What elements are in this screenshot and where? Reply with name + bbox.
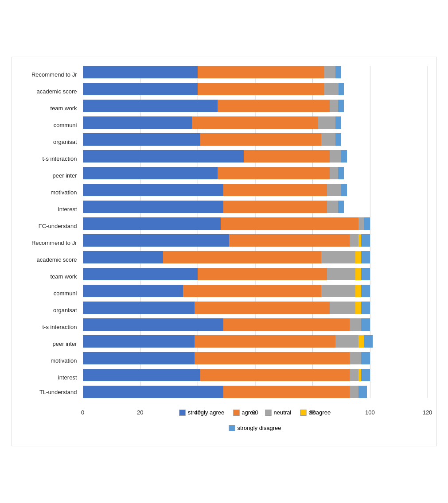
bar-segment-neutral (350, 369, 358, 381)
bar-segment-neutral (350, 318, 361, 331)
bar-segment-agree (183, 285, 321, 297)
bar-segment-agree (200, 133, 321, 146)
bar-segment-strongly_agree (83, 352, 195, 364)
x-tick: 0 (81, 409, 84, 416)
y-label: t-s interaction (14, 150, 81, 167)
bar-segment-strongly_agree (83, 100, 218, 112)
y-label: motivation (14, 352, 81, 369)
bar-segment-strongly_disagree (361, 268, 370, 280)
bar-segment-disagree (355, 268, 361, 280)
bar-segment-strongly_disagree (358, 386, 367, 398)
y-label: organisat (14, 133, 81, 150)
y-label: motivation (14, 184, 81, 201)
bar-segment-agree (221, 217, 358, 230)
bar-segment-strongly_agree (83, 150, 244, 163)
legend-label: disagree (308, 409, 331, 416)
bar-segment-strongly_disagree (361, 302, 370, 314)
legend: strongly agreeagreeneutraldisagreestrong… (169, 409, 341, 431)
y-label: organisat (14, 302, 81, 318)
bar-segment-agree (223, 318, 350, 331)
bar-segment-agree (198, 83, 324, 95)
bar-segment-agree (192, 116, 318, 129)
bar-segment-neutral (324, 83, 338, 95)
bar-segment-strongly_disagree (335, 133, 341, 146)
bar-segment-strongly_disagree (338, 201, 344, 213)
bar-segment-neutral (350, 352, 361, 364)
bar-segment-strongly_disagree (361, 369, 370, 381)
bar-segment-strongly_disagree (361, 234, 370, 247)
bar-segment-neutral (321, 133, 335, 146)
bar-segment-strongly_disagree (361, 251, 370, 263)
x-tick: 100 (365, 409, 375, 416)
bar-row (83, 268, 428, 280)
legend-label: neutral (274, 409, 292, 416)
bars-area (83, 66, 428, 398)
y-label: communi (14, 116, 81, 133)
bar-segment-strongly_agree (83, 234, 230, 247)
bar-segment-agree (244, 150, 330, 163)
bar-segment-agree (200, 369, 350, 381)
bar-segment-agree (223, 386, 350, 398)
bar-segment-neutral (350, 386, 358, 398)
bar-row (83, 83, 428, 95)
y-label: communi (14, 285, 81, 302)
bar-segment-neutral (327, 201, 339, 213)
bar-segment-neutral (321, 251, 356, 263)
bar-segment-strongly_agree (83, 268, 198, 280)
bar-segment-neutral (324, 66, 335, 78)
bar-segment-strongly_disagree (335, 116, 341, 129)
bar-segment-neutral (327, 184, 341, 196)
bar-segment-neutral (327, 268, 356, 280)
bar-segment-strongly_agree (83, 302, 195, 314)
y-label: Recommend to Jr (14, 66, 81, 83)
bar-segment-disagree (355, 302, 361, 314)
bar-row (83, 386, 428, 398)
y-label: TL-understand (14, 386, 81, 398)
bar-row (83, 217, 428, 230)
legend-swatch (233, 410, 239, 416)
bar-segment-strongly_agree (83, 83, 198, 95)
bar-segment-strongly_agree (83, 369, 201, 381)
bar-segment-strongly_agree (83, 184, 224, 196)
bar-row (83, 318, 428, 331)
bar-segment-strongly_disagree (364, 217, 370, 230)
bar-segment-neutral (330, 100, 338, 112)
bar-row (83, 302, 428, 314)
bar-row (83, 335, 428, 348)
chart-area: Recommend to Jracademic scoreteam workco… (83, 66, 428, 398)
legend-item: disagree (300, 409, 331, 416)
bar-segment-agree (218, 167, 330, 179)
bar-row (83, 133, 428, 146)
bar-segment-strongly_disagree (341, 184, 347, 196)
bar-segment-disagree (355, 251, 361, 263)
bar-segment-strongly_disagree (361, 318, 370, 331)
bar-segment-strongly_agree (83, 201, 224, 213)
y-label: team work (14, 100, 81, 116)
bar-segment-strongly_disagree (361, 352, 370, 364)
legend-label: agree (242, 409, 256, 416)
legend-item: neutral (265, 409, 292, 416)
bar-row (83, 201, 428, 213)
bar-segment-neutral (330, 167, 338, 179)
bar-segment-strongly_agree (83, 167, 218, 179)
y-label: team work (14, 268, 81, 285)
legend-item: strongly disagree (229, 425, 281, 431)
bar-segment-strongly_disagree (338, 100, 344, 112)
y-label: Recommend to Jr (14, 234, 81, 251)
bar-row (83, 234, 428, 247)
y-label: FC-understand (14, 217, 81, 234)
bar-segment-strongly_agree (83, 133, 201, 146)
bar-segment-agree (195, 335, 335, 348)
y-label: interest (14, 201, 81, 217)
bar-row (83, 251, 428, 263)
bar-row (83, 66, 428, 78)
bar-row (83, 369, 428, 381)
bar-row (83, 116, 428, 129)
bar-segment-strongly_disagree (339, 83, 344, 95)
bar-segment-disagree (358, 335, 364, 348)
bar-segment-neutral (335, 335, 358, 348)
bar-row (83, 100, 428, 112)
bar-row (83, 150, 428, 163)
bar-segment-neutral (321, 285, 356, 297)
bar-segment-neutral (330, 302, 355, 314)
